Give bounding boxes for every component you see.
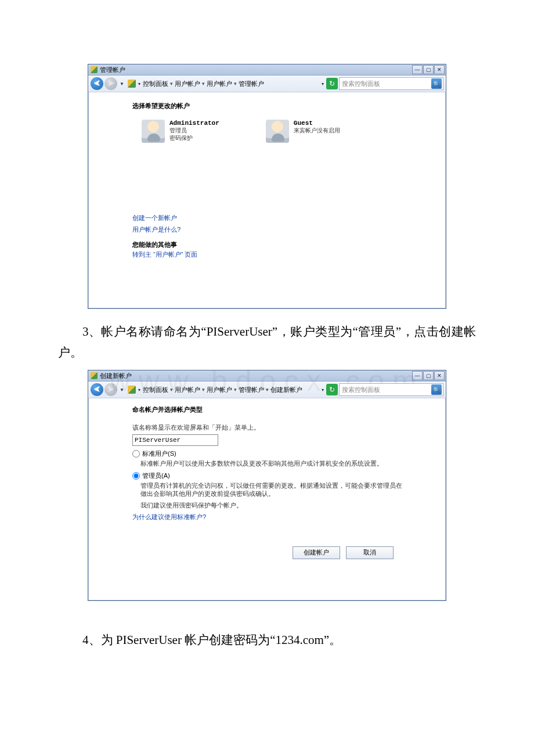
breadcrumb-dropdown-icon[interactable]: ▾ [320,387,325,393]
back-button[interactable]: ⮜ [91,77,103,90]
instruction-3-text: 3、帐户名称请命名为“PIServerUser”，账户类型为“管理员”，点击创建… [58,322,476,363]
maximize-button[interactable]: ▢ [423,371,434,380]
standard-user-radio[interactable] [132,450,140,458]
address-icon [128,386,136,394]
app-icon [91,372,98,379]
window-title: 创建新帐户 [100,372,132,380]
minimize-button[interactable]: — [412,65,423,74]
search-placeholder: 搜索控制面板 [342,386,380,394]
breadcrumb-item[interactable]: 管理帐户 [239,80,264,88]
back-button[interactable]: ⮜ [91,383,103,396]
refresh-button[interactable]: ↻ [326,78,338,89]
create-account-button[interactable]: 创建帐户 [293,546,340,559]
forward-button: ⮞ [104,383,117,396]
window-content: 选择希望更改的帐户 Administrator 管理员 密码保护 Guest 来… [88,92,446,308]
breadcrumb-item[interactable]: 管理帐户 [239,386,264,394]
goto-main-accounts-link[interactable]: 转到主 “用户帐户” 页面 [132,249,434,261]
account-tile-administrator[interactable]: Administrator 管理员 密码保护 [142,120,219,143]
page-heading: 命名帐户并选择帐户类型 [132,405,434,414]
form-description: 该名称将显示在欢迎屏幕和「开始」菜单上。 [132,423,434,432]
breadcrumb-item[interactable]: 用户帐户 [207,80,232,88]
breadcrumb-item[interactable]: 用户帐户 [175,386,200,394]
close-button[interactable]: ✕ [434,65,445,74]
standard-user-label: 标准用户(S) [142,449,176,458]
maximize-button[interactable]: ▢ [423,65,434,74]
minimize-button[interactable]: — [412,371,423,380]
breadcrumb[interactable]: 控制面板▾ 用户帐户▾ 用户帐户▾ 管理帐户▾ 创建新帐户 [143,386,319,394]
account-password-status: 密码保护 [169,134,219,142]
create-account-window: 创建新帐户 — ▢ ✕ ⮜ ⮞ ▼ ▾ 控制面板▾ 用户帐户▾ 用户帐户▾ 管 [88,370,446,601]
breadcrumb[interactable]: 控制面板▾ 用户帐户▾ 用户帐户▾ 管理帐户 [143,80,319,88]
close-button[interactable]: ✕ [434,371,445,380]
why-standard-link[interactable]: 为什么建议使用标准帐户? [132,512,434,523]
address-dropdown-icon[interactable]: ▾ [137,387,142,393]
what-is-account-link[interactable]: 用户帐户是什么? [132,224,434,236]
refresh-button[interactable]: ↻ [326,384,338,395]
account-status: 来宾帐户没有启用 [294,127,340,134]
account-role: 管理员 [169,127,219,134]
breadcrumb-item[interactable]: 用户帐户 [175,80,200,88]
address-dropdown-icon[interactable]: ▾ [137,81,142,87]
breadcrumb-item[interactable]: 用户帐户 [207,386,232,394]
page-heading: 选择希望更改的帐户 [132,102,434,110]
standard-user-desc: 标准帐户用户可以使用大多数软件以及更改不影响其他用户或计算机安全的系统设置。 [140,459,407,467]
manage-accounts-window: 管理帐户 — ▢ ✕ ⮜ ⮞ ▼ ▾ 控制面板▾ 用户帐户▾ 用户帐户▾ 管理帐… [88,64,446,309]
history-dropdown-icon[interactable]: ▼ [118,81,125,87]
administrator-desc: 管理员有计算机的完全访问权，可以做任何需要的更改。根据通知设置，可能会要求管理员… [140,481,407,498]
history-dropdown-icon[interactable]: ▼ [118,387,125,393]
search-input[interactable]: 搜索控制面板 🔍 [339,77,443,90]
search-input[interactable]: 搜索控制面板 🔍 [339,383,443,396]
breadcrumb-item[interactable]: 控制面板 [143,386,168,394]
search-placeholder: 搜索控制面板 [342,80,380,88]
titlebar: 管理帐户 — ▢ ✕ [88,64,446,75]
breadcrumb-dropdown-icon[interactable]: ▾ [320,81,325,87]
window-content: 命名帐户并选择帐户类型 该名称将显示在欢迎屏幕和「开始」菜单上。 标准用户(S)… [88,398,446,600]
account-name: Guest [294,120,340,127]
address-icon [128,80,136,88]
navbar: ⮜ ⮞ ▼ ▾ 控制面板▾ 用户帐户▾ 用户帐户▾ 管理帐户 ▾ ↻ 搜索控制面… [88,75,446,92]
search-icon[interactable]: 🔍 [431,78,442,89]
password-recommendation: 我们建议使用强密码保护每个帐户。 [140,501,407,509]
other-heading: 您能做的其他事 [132,240,434,249]
app-icon [91,66,98,73]
navbar: ⮜ ⮞ ▼ ▾ 控制面板▾ 用户帐户▾ 用户帐户▾ 管理帐户▾ 创建新帐户 ▾ … [88,381,446,398]
search-icon[interactable]: 🔍 [431,384,442,395]
administrator-radio[interactable] [132,472,140,480]
titlebar: 创建新帐户 — ▢ ✕ [88,370,446,381]
cancel-button[interactable]: 取消 [346,546,394,559]
window-title: 管理帐户 [100,66,125,74]
avatar-icon [266,120,289,143]
account-tile-guest[interactable]: Guest 来宾帐户没有启用 [266,120,340,143]
account-name: Administrator [169,120,219,127]
breadcrumb-item[interactable]: 创建新帐户 [270,386,302,394]
administrator-label: 管理员(A) [142,471,170,480]
account-name-input[interactable] [132,434,218,446]
instruction-4-text: 4、为 PIServerUser 帐户创建密码为“1234.com”。 [58,630,476,651]
forward-button: ⮞ [104,77,117,90]
breadcrumb-item[interactable]: 控制面板 [143,80,168,88]
create-account-link[interactable]: 创建一个新帐户 [132,213,434,224]
avatar-icon [142,120,165,143]
